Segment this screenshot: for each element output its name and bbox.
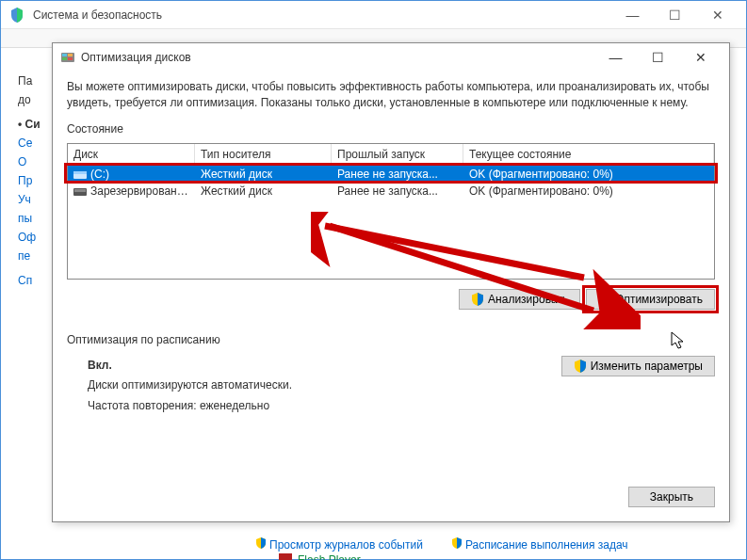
- dialog-window-controls: — ☐ ✕: [594, 44, 722, 71]
- svg-rect-3: [62, 57, 67, 60]
- sidebar-link[interactable]: Сп: [18, 274, 41, 287]
- analyze-label: Анализировать: [488, 293, 568, 306]
- header-disk[interactable]: Диск: [68, 144, 195, 165]
- svg-rect-4: [68, 57, 73, 60]
- link-task-schedule[interactable]: Расписание выполнения задач: [451, 537, 628, 552]
- dialog-body: Вы можете оптимизировать диски, чтобы по…: [53, 72, 729, 427]
- dialog-description: Вы можете оптимизировать диски, чтобы по…: [67, 79, 715, 111]
- sidebar-fragment: Па до • Си Се О Пр Уч пы Оф пе Сп: [18, 74, 41, 293]
- drive-icon: [73, 169, 87, 180]
- change-settings-label: Изменить параметры: [591, 360, 703, 373]
- shield-icon: [574, 360, 587, 373]
- cell-status: OK (Фрагментировано: 0%): [463, 167, 714, 182]
- header-status[interactable]: Текущее состояние: [463, 144, 714, 165]
- dialog-close-button[interactable]: ✕: [679, 44, 722, 71]
- sidebar-link[interactable]: Пр: [18, 174, 41, 187]
- close-label: Закрыть: [650, 490, 693, 504]
- sidebar-link[interactable]: Оф: [18, 231, 41, 244]
- schedule-line2: Частота повторения: еженедельно: [88, 396, 292, 417]
- sidebar-text: до: [18, 93, 41, 106]
- dialog-title: Оптимизация дисков: [81, 51, 594, 64]
- optimize-dialog: Оптимизация дисков — ☐ ✕ Вы можете оптим…: [52, 42, 730, 522]
- cell-last: Ранее не запуска...: [332, 184, 463, 199]
- parent-close-button[interactable]: ✕: [696, 2, 739, 28]
- cell-media: Жесткий диск: [195, 184, 332, 199]
- sidebar-link[interactable]: пы: [18, 212, 41, 225]
- cursor-pointer-icon: [671, 331, 686, 350]
- sidebar-link[interactable]: Уч: [18, 193, 41, 206]
- sidebar-link[interactable]: О: [18, 155, 41, 168]
- table-row[interactable]: (C:)Жесткий дискРанее не запуска...OK (Ф…: [68, 166, 714, 183]
- state-label: Состояние: [67, 122, 715, 136]
- table-row[interactable]: Зарезервировано ...Жесткий дискРанее не …: [68, 183, 714, 200]
- cell-media: Жесткий диск: [195, 167, 332, 182]
- dialog-maximize-button[interactable]: ☐: [637, 44, 679, 71]
- cell-disk: Зарезервировано ...: [90, 184, 195, 198]
- svg-rect-8: [74, 189, 86, 192]
- bottom-links: Просмотр журналов событий Расписание вып…: [255, 537, 628, 552]
- drive-icon: [73, 186, 87, 197]
- header-last[interactable]: Прошлый запуск: [332, 144, 463, 165]
- link-flash[interactable]: Flash Player: [279, 553, 361, 560]
- parent-maximize-button[interactable]: ☐: [654, 2, 696, 28]
- dialog-titlebar: Оптимизация дисков — ☐ ✕: [53, 43, 729, 72]
- parent-title: Система и безопасность: [33, 8, 611, 22]
- action-button-row: Анализировать Оптимизировать: [67, 289, 715, 310]
- schedule-line1: Диски оптимизируются автоматически.: [88, 376, 292, 396]
- parent-titlebar: Система и безопасность — ☐ ✕: [1, 1, 746, 29]
- schedule-on: Вкл.: [88, 356, 292, 376]
- optimize-button[interactable]: Оптимизировать: [586, 289, 715, 310]
- header-media[interactable]: Тип носителя: [195, 144, 332, 165]
- shield-icon: [598, 293, 611, 306]
- sidebar-text: Па: [18, 74, 41, 88]
- cell-disk: (C:): [90, 168, 109, 181]
- svg-rect-1: [62, 54, 67, 56]
- sidebar-link[interactable]: Се: [18, 136, 41, 150]
- close-button[interactable]: Закрыть: [628, 487, 715, 507]
- optimize-label: Оптимизировать: [615, 293, 703, 306]
- table-header-row: Диск Тип носителя Прошлый запуск Текущее…: [68, 144, 714, 166]
- shield-icon: [471, 293, 484, 306]
- change-settings-button[interactable]: Изменить параметры: [561, 356, 715, 376]
- parent-minimize-button[interactable]: —: [611, 2, 654, 28]
- sidebar-link[interactable]: пе: [18, 249, 41, 263]
- schedule-title: Оптимизация по расписанию: [67, 333, 715, 346]
- svg-rect-2: [68, 54, 73, 56]
- schedule-text: Вкл. Диски оптимизируются автоматически.…: [67, 356, 292, 417]
- cell-last: Ранее не запуска...: [332, 167, 463, 182]
- svg-rect-6: [73, 171, 87, 174]
- cell-status: OK (Фрагментировано: 0%): [463, 184, 714, 199]
- defrag-icon: [60, 50, 75, 65]
- parent-window-controls: — ☐ ✕: [611, 2, 739, 28]
- security-icon: [8, 7, 25, 24]
- disk-table: Диск Тип носителя Прошлый запуск Текущее…: [67, 143, 715, 280]
- schedule-section: Оптимизация по расписанию Вкл. Диски опт…: [67, 333, 715, 417]
- dialog-minimize-button[interactable]: —: [594, 44, 637, 71]
- link-event-log[interactable]: Просмотр журналов событий: [255, 537, 423, 552]
- analyze-button[interactable]: Анализировать: [459, 289, 580, 310]
- sidebar-text: Си: [25, 118, 41, 131]
